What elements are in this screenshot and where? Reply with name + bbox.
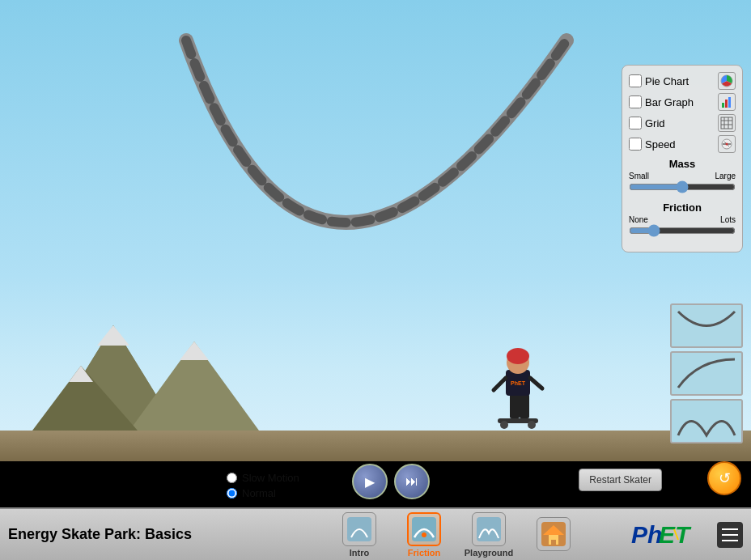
track-thumb-3[interactable] — [670, 399, 743, 443]
mass-small-label: Small — [629, 172, 649, 180]
grid-checkbox[interactable] — [629, 117, 642, 129]
friction-slider[interactable] — [629, 224, 736, 237]
friction-icon — [407, 512, 441, 546]
friction-title: Friction — [629, 202, 736, 214]
slow-motion-radio[interactable] — [227, 473, 237, 483]
svg-rect-32 — [674, 355, 739, 392]
intro-label: Intro — [350, 548, 369, 558]
svg-rect-26 — [721, 117, 732, 129]
play-button[interactable]: ▶ — [352, 464, 388, 499]
ground-strip — [0, 431, 751, 461]
svg-point-9 — [528, 421, 536, 429]
svg-point-17 — [507, 348, 529, 364]
mass-title: Mass — [629, 158, 736, 170]
speed-row: Speed — [629, 135, 736, 153]
svg-rect-10 — [510, 394, 520, 418]
friction-labels: None Lots — [629, 215, 736, 224]
grid-row: Grid — [629, 114, 736, 132]
refresh-button[interactable]: ↺ — [707, 461, 741, 495]
mass-labels: Small Large — [629, 172, 736, 180]
svg-point-36 — [422, 532, 426, 537]
tab-friction[interactable]: Friction — [396, 512, 452, 558]
playground-label: Playground — [465, 548, 514, 558]
nav-tabs: Intro Friction — [291, 512, 622, 558]
bar-graph-icon — [718, 93, 736, 111]
bar-graph-row: Bar Graph — [629, 93, 736, 111]
svg-rect-19 — [722, 103, 724, 108]
svg-rect-41 — [551, 540, 556, 545]
mass-large-label: Large — [715, 172, 736, 180]
friction-lots-label: Lots — [720, 215, 736, 224]
pie-chart-checkbox[interactable] — [629, 74, 642, 87]
mass-slider[interactable] — [629, 180, 736, 193]
svg-line-14 — [494, 378, 506, 390]
game-title: Energy Skate Park: Basics — [8, 526, 192, 542]
tab-playground[interactable]: Playground — [460, 512, 517, 558]
slow-motion-label: Slow Motion — [242, 472, 299, 484]
svg-rect-37 — [477, 517, 501, 541]
svg-point-30 — [726, 143, 728, 146]
svg-point-8 — [500, 421, 508, 429]
toolbar: Energy Skate Park: Basics Intro — [0, 507, 751, 560]
intro-icon — [342, 512, 376, 546]
play-controls: ▶ ⏭ — [352, 464, 430, 499]
normal-row: Normal — [227, 487, 299, 499]
phet-brand: Ph ET — [630, 517, 711, 553]
pie-chart-row: Pie Chart — [629, 72, 736, 90]
svg-rect-21 — [728, 97, 731, 108]
normal-radio[interactable] — [227, 488, 237, 498]
speed-checkbox[interactable] — [629, 138, 642, 151]
skater: PhET — [490, 342, 546, 431]
speed-icon — [718, 135, 736, 153]
normal-label: Normal — [242, 487, 276, 499]
app: PhET Pie Chart — [0, 0, 751, 560]
pie-chart-icon — [718, 72, 736, 90]
grid-label: Grid — [645, 117, 715, 129]
pie-chart-label: Pie Chart — [645, 75, 715, 87]
control-panel: Pie Chart Bar Graph — [622, 65, 743, 252]
bar-graph-checkbox[interactable] — [629, 95, 642, 108]
phet-logo: Ph ET — [622, 517, 751, 553]
svg-rect-20 — [725, 100, 728, 108]
friction-label: Friction — [408, 548, 440, 558]
home-icon — [537, 517, 571, 551]
friction-section: Friction None Lots — [629, 202, 736, 240]
hamburger-menu[interactable] — [717, 522, 743, 548]
motion-controls: Slow Motion Normal — [227, 472, 299, 499]
slow-motion-row: Slow Motion — [227, 472, 299, 484]
speed-label: Speed — [645, 138, 715, 151]
friction-none-label: None — [629, 215, 648, 224]
grid-icon — [718, 114, 736, 132]
tab-home[interactable] — [525, 517, 582, 553]
track-thumb-1[interactable] — [670, 303, 743, 348]
mass-section: Mass Small Large — [629, 158, 736, 197]
bar-graph-label: Bar Graph — [645, 96, 715, 108]
track-thumb-2[interactable] — [670, 351, 743, 396]
track-thumbnails — [670, 303, 743, 447]
restart-skater-button[interactable]: Restart Skater — [579, 469, 662, 491]
svg-text:PhET: PhET — [511, 380, 526, 386]
title-area: Energy Skate Park: Basics — [0, 526, 291, 543]
tab-intro[interactable]: Intro — [331, 512, 388, 558]
svg-line-15 — [530, 378, 542, 388]
step-button[interactable]: ⏭ — [394, 464, 430, 499]
playground-icon — [472, 512, 506, 546]
svg-rect-11 — [520, 394, 529, 418]
svg-text:Ph: Ph — [631, 521, 662, 548]
